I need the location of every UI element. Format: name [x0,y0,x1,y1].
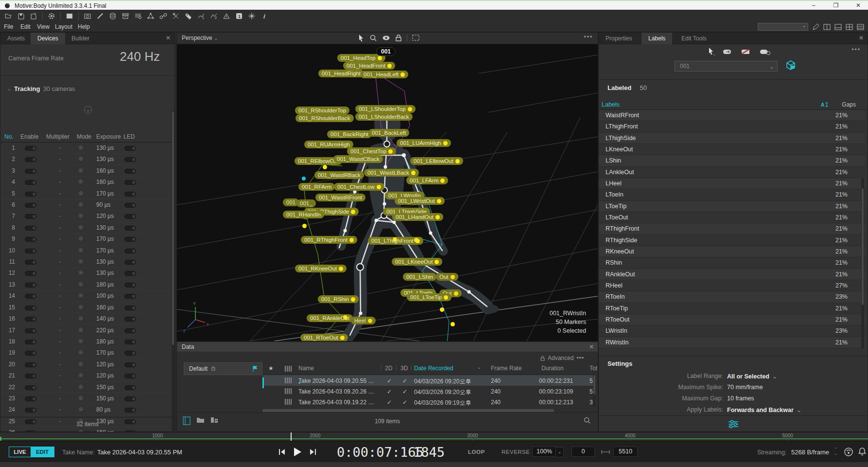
exposure-value[interactable]: 120 µs [96,361,114,368]
camera-row[interactable]: 11-⊕130 µs [0,256,172,268]
mode-icon[interactable]: ⊕ [78,315,83,322]
marker-dot[interactable] [343,315,347,320]
marker-sparkle-icon[interactable] [246,11,257,21]
range-start-input[interactable]: 0 [572,447,595,457]
marker-dot[interactable] [351,210,355,214]
take-row[interactable]: Take 2026-04-03 09.20.26 …✓✓04/03/2026 0… [262,386,595,396]
marker-label[interactable]: 001_LShin [403,273,436,281]
frame-rate-expander-icon[interactable]: ⌄ [84,106,92,114]
menu-layout[interactable]: Layout [55,23,72,30]
exposure-value[interactable]: 140 µs [96,315,114,322]
enable-toggle[interactable] [25,226,36,231]
rigid-body-icon[interactable] [145,11,156,21]
label-row[interactable]: LKneeOut21% [599,144,865,155]
marker-dot[interactable] [437,199,441,203]
enable-toggle[interactable] [25,214,36,219]
led-toggle[interactable] [124,237,136,242]
skip-to-start-icon[interactable] [278,448,286,456]
exposure-value[interactable]: 90 µs [96,201,111,208]
marker-label[interactable]: 001_LWristOut [395,197,445,205]
marker-label[interactable]: 001_RShoulderTop [295,107,349,114]
led-toggle[interactable] [124,271,136,276]
open-project-icon[interactable] [3,11,14,21]
camera-row[interactable]: 15-⊕160 µs [0,302,172,313]
left-scrollbar[interactable] [172,110,174,450]
enable-toggle[interactable] [25,169,36,174]
marker-label[interactable]: 001_BackLeft [368,129,409,137]
label-row[interactable]: LWristIn23% [599,325,865,337]
marker-label[interactable]: 001_RShin [318,295,359,303]
marker-dot[interactable] [440,307,444,312]
camera-row[interactable]: 22-⊕150 µs [0,382,172,393]
play-button-icon[interactable] [293,447,302,457]
marker-label[interactable]: 001_WaistRBack [314,171,364,179]
lock-selection-icon[interactable] [395,34,402,42]
enable-toggle[interactable] [25,294,36,299]
broadcast-icon[interactable] [844,447,853,457]
marker-dot[interactable] [388,149,393,154]
enable-toggle[interactable] [25,283,36,287]
exposure-value[interactable]: 170 µs [96,349,114,356]
label-row[interactable]: LHeel21% [599,178,865,189]
enable-toggle[interactable] [25,351,36,356]
enable-toggle[interactable] [25,249,36,253]
panel-split-icon[interactable] [823,23,831,31]
quick-label-tag-icon[interactable] [723,48,733,55]
led-toggle[interactable] [124,340,136,344]
tag-icon[interactable] [183,11,194,21]
marker-label[interactable]: 001_LKneeOut [392,258,442,266]
locked-asset-cube-icon[interactable] [785,60,796,71]
live-button[interactable]: LIVE [9,447,31,457]
tab-properties[interactable]: Properties [599,33,639,44]
marker-dot[interactable] [411,171,416,175]
marker-dot[interactable] [378,56,382,60]
exposure-value[interactable]: 120 µs [96,213,114,219]
data-streams-icon[interactable] [107,11,118,21]
led-toggle[interactable] [124,214,136,219]
led-toggle[interactable] [124,294,136,299]
mode-icon[interactable]: ⊕ [78,190,83,197]
led-toggle[interactable] [124,385,136,390]
camera-row[interactable]: 14-⊕100 µs [0,290,172,302]
enable-toggle[interactable] [25,362,36,367]
take-name[interactable]: Take 2026-04-03 09.20.26 … [298,388,374,395]
label-row[interactable]: RThighFront21% [599,223,865,234]
enable-toggle[interactable] [25,180,36,185]
mode-icon[interactable]: ⊕ [78,167,83,174]
led-toggle[interactable] [124,396,136,401]
graph-view-1-icon[interactable]: 1 [196,11,207,21]
mode-icon[interactable]: ⊕ [78,235,83,242]
flag-icon[interactable] [252,365,258,372]
marker-label[interactable]: 001_LFArm [406,177,448,184]
exposure-value[interactable]: 100 µs [96,292,114,299]
camera-row[interactable]: 20-⊕120 µs [0,359,172,370]
selected-marker-dot[interactable] [302,177,306,180]
led-toggle[interactable] [124,351,136,356]
exposure-value[interactable]: 160 µs [96,304,114,311]
session-default[interactable]: Default [184,362,262,375]
menu-file[interactable]: File [4,23,13,30]
label-row[interactable]: LToeIn21% [599,189,865,200]
list-settings-icon[interactable] [133,11,143,21]
marker-label[interactable]: 001_ [296,199,316,207]
mode-icon[interactable]: ⊕ [78,406,83,413]
marker-dot[interactable] [387,64,392,68]
camera-row[interactable]: 16-⊕140 µs [0,313,172,324]
marker-label[interactable]: 001_RFArm [298,183,335,191]
data-panel-close-icon[interactable]: ✕ [589,343,594,350]
mode-icon[interactable]: ⊕ [78,258,83,265]
tools-icon[interactable] [171,11,181,21]
marker-label[interactable]: 001_HeadFront [343,62,395,70]
mode-icon[interactable]: ⊕ [78,247,83,253]
exposure-value[interactable]: 180 µs [96,338,114,345]
col-2d[interactable]: 2D [385,365,392,372]
3d-scene[interactable]: Y x z 001_HeadTop001_HeadFront001_HeadRi… [177,44,598,341]
marker-label[interactable]: 001_WaistCBack [333,155,383,163]
labels-scrollbar[interactable] [861,179,864,348]
camera-row[interactable]: 23-⊕150 µs [0,393,172,404]
streaming-stepper-icon[interactable]: ⌃⌄ [834,447,837,456]
marker-dot[interactable] [400,72,405,77]
label-row[interactable]: LThighFront21% [599,121,865,132]
marker-dot[interactable] [339,267,343,271]
menu-edit[interactable]: Edit [20,23,31,30]
